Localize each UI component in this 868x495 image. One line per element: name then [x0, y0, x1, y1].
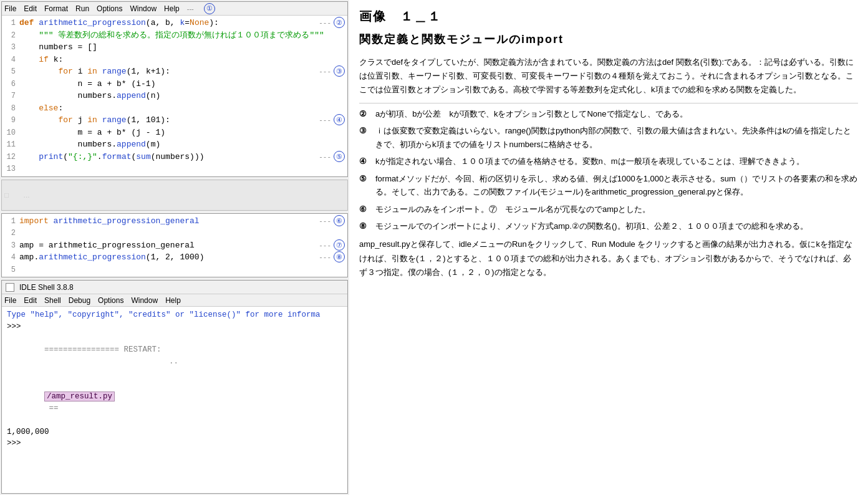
shell-filepath: /amp_result.py	[44, 392, 115, 401]
code-line-8: 8 else:	[4, 102, 345, 115]
item-8-num: ⑧	[359, 219, 373, 233]
circled-8: ⑧	[334, 251, 345, 262]
item-5-num: ⑤	[359, 172, 373, 185]
item-6: ⑥ モジュールのみをインポート。⑦ モジュール名が冗長なのでampとした。	[359, 203, 858, 216]
circled-2: ②	[334, 17, 345, 28]
shell-line-2: >>>	[7, 321, 342, 333]
editor-1-window: File Edit Format Run Options Window Help…	[1, 1, 348, 177]
code-line-9: 9 for j in range(1, 101): --- ④	[4, 114, 345, 127]
shell-menubar[interactable]: File Edit Shell Debug Options Window Hel…	[2, 294, 347, 307]
editor2-line-5: 5	[4, 264, 345, 276]
item-2: ② aが初項、bが公差 kが項数で、kをオプション引数としてNoneで指定なし、…	[359, 107, 858, 120]
circled-3: ③	[334, 65, 345, 77]
right-subtitle: 関数定義と関数モジュールのimport	[359, 31, 858, 49]
editor-2-window: 1 import arithmetic_progression_general …	[1, 213, 348, 278]
code-line-10: 10 m = a + b* (j - 1)	[4, 127, 345, 139]
shell-menu-file[interactable]: File	[4, 296, 16, 305]
shell-line-prompt2: >>>	[7, 438, 342, 449]
circled-4: ④	[334, 114, 345, 125]
item-4-text: kが指定されない場合、１００項までの値を格納させる。変数n、mは一般項を表現して…	[375, 155, 858, 168]
circled-1: ①	[204, 3, 215, 14]
shell-content: Type "help", "copyright", "credits" or "…	[2, 307, 347, 452]
bottom-note: amp_result.pyと保存して、idleメニューのRunをクリックして、R…	[359, 238, 858, 279]
right-body1: クラスでdefをタイプしていたが、関数定義方法が含まれている。関数定義の方法はd…	[359, 55, 858, 97]
blank-area: □ ...	[1, 180, 348, 211]
editor2-code[interactable]: 1 import arithmetic_progression_general …	[2, 214, 347, 277]
shell-title: IDLE Shell 3.8.8	[2, 281, 347, 294]
right-panel: 画像 １＿１ 関数定義と関数モジュールのimport クラスでdefをタイプして…	[349, 0, 868, 495]
shell-menu-debug[interactable]: Debug	[69, 296, 90, 305]
editor1-code[interactable]: 1 def arithmetic_progression(a, b, k=Non…	[2, 16, 347, 176]
divider	[359, 103, 858, 103]
item-8: ⑧ モジュールでのインポートにより、メソッド方式amp.②の関数名()。初項1、…	[359, 219, 858, 233]
editor2-line-4: 4 amp.arithmetic_progression(1, 2, 1000)…	[4, 251, 345, 264]
shell-menu-shell[interactable]: Shell	[44, 296, 61, 305]
code-line-1: 1 def arithmetic_progression(a, b, k=Non…	[4, 17, 345, 29]
circled-7: ⑦	[334, 239, 345, 251]
right-title: 画像 １＿１	[359, 6, 858, 27]
menu-window[interactable]: Window	[130, 4, 157, 13]
shell-menu-window[interactable]: Window	[131, 296, 158, 305]
code-line-3: 3 numbers = []	[4, 41, 345, 54]
item-6-num: ⑥	[359, 203, 373, 216]
menu-run[interactable]: Run	[75, 4, 89, 13]
item-8-text: モジュールでのインポートにより、メソッド方式amp.②の関数名()。初項1、公差…	[375, 219, 858, 233]
menu-file[interactable]: File	[4, 4, 16, 13]
menu-help[interactable]: Help	[164, 4, 180, 13]
shell-line-3: ================ RESTART: .. /amp_result…	[7, 333, 342, 426]
shell-window: IDLE Shell 3.8.8 File Edit Shell Debug O…	[1, 280, 348, 494]
shell-menu-edit[interactable]: Edit	[24, 296, 37, 305]
shell-menu-help[interactable]: Help	[165, 296, 181, 305]
item-5-text: formatメソッドだが、今回、桁の区切りを示し、求める値、例えば1000を1,…	[375, 172, 858, 199]
item-3-num: ③	[359, 124, 373, 137]
editor2-line-2: 2	[4, 227, 345, 239]
item-2-text: aが初項、bが公差 kが項数で、kをオプション引数としてNoneで指定なし、であ…	[375, 107, 858, 120]
item-4: ④ kが指定されない場合、１００項までの値を格納させる。変数n、mは一般項を表現…	[359, 155, 858, 168]
editor1-menubar[interactable]: File Edit Format Run Options Window Help…	[2, 2, 347, 16]
circled-6: ⑥	[334, 215, 345, 226]
editor2-line-1: 1 import arithmetic_progression_general …	[4, 215, 345, 228]
shell-title-text: IDLE Shell 3.8.8	[19, 283, 74, 292]
shell-result: 1,000,000	[7, 426, 342, 438]
code-line-11: 11 numbers.append(m)	[4, 138, 345, 151]
circled-5: ⑤	[334, 151, 345, 162]
item-4-num: ④	[359, 155, 373, 168]
code-line-5: 5 for i in range(1, k+1): --- ③	[4, 65, 345, 78]
item-2-num: ②	[359, 107, 373, 120]
code-line-4: 4 if k:	[4, 54, 345, 66]
code-line-12: 12 print("{:,}".format(sum(numbers))) --…	[4, 151, 345, 163]
shell-icon	[6, 283, 14, 292]
code-line-7: 7 numbers.append(n)	[4, 90, 345, 102]
menu-edit[interactable]: Edit	[24, 4, 37, 13]
item-5: ⑤ formatメソッドだが、今回、桁の区切りを示し、求める値、例えば1000を…	[359, 172, 858, 199]
shell-menu-options[interactable]: Options	[98, 296, 123, 305]
menu-options[interactable]: Options	[97, 4, 122, 13]
item-6-text: モジュールのみをインポート。⑦ モジュール名が冗長なのでampとした。	[375, 203, 858, 216]
menu-format[interactable]: Format	[44, 4, 68, 13]
item-3-text: ｉは仮変数で変数定義はいらない。range()関数はpython内部の関数で、引…	[375, 124, 858, 151]
code-line-2: 2 """ 等差数列の総和を求める。指定の項数が無ければ１００項まで求める"""	[4, 29, 345, 42]
left-panel: File Edit Format Run Options Window Help…	[0, 0, 349, 495]
shell-line-1: Type "help", "copyright", "credits" or "…	[7, 309, 342, 321]
menu-sep: ---	[187, 5, 194, 12]
code-line-6: 6 n = a + b* (i-1)	[4, 78, 345, 90]
code-line-13: 13	[4, 163, 345, 175]
item-3: ③ ｉは仮変数で変数定義はいらない。range()関数はpython内部の関数で…	[359, 124, 858, 151]
editor2-line-3: 3 amp = arithmetic_progression_general -…	[4, 239, 345, 252]
